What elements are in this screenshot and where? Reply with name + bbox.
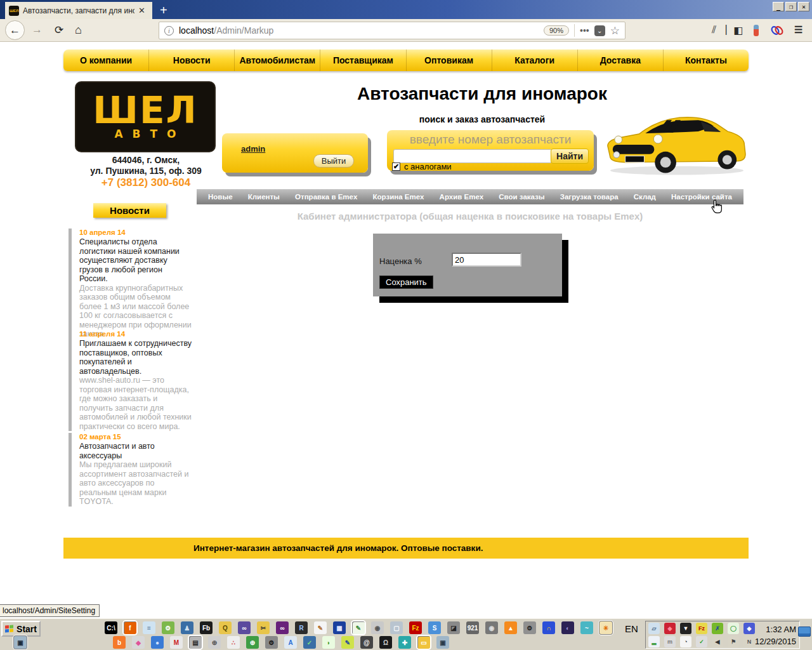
mreporter-icon[interactable]: R — [295, 621, 308, 634]
analogs-checkbox[interactable]: ✔ — [392, 162, 400, 171]
forward-button[interactable]: → — [32, 23, 43, 36]
text-editor-icon[interactable]: ✎ — [352, 621, 365, 634]
save-button[interactable]: Сохранить — [379, 275, 433, 289]
remote-user-icon[interactable]: ♟ — [181, 621, 193, 634]
nav-item-suppliers[interactable]: Поставщикам — [320, 50, 406, 71]
film-reel-icon[interactable]: ◉ — [485, 621, 498, 634]
bookmark-star-icon[interactable]: ☆ — [610, 24, 620, 37]
back-button[interactable]: ← — [5, 20, 25, 40]
nav-item-contacts[interactable]: Контакты — [664, 50, 749, 71]
browser-tab[interactable]: ШЕЛ Автозапчасти, запчасти для ино ✕ — [5, 2, 152, 19]
admin-link-own-orders[interactable]: Свои заказы — [499, 193, 544, 201]
home-button[interactable]: ⌂ — [75, 23, 82, 37]
markup-percent-input[interactable] — [452, 253, 521, 267]
search-tool-icon[interactable]: Q — [219, 621, 232, 634]
shield-lock-icon[interactable]: ✓ — [303, 636, 316, 649]
reload-button[interactable]: ⟳ — [55, 23, 63, 37]
media-classic-icon[interactable]: 921 — [466, 621, 479, 634]
infinity-app-icon[interactable]: ∞ — [238, 621, 251, 634]
news-title[interactable]: Приглашаем к сотрудничеству поставщиков,… — [79, 339, 193, 376]
close-button[interactable]: ✕ — [798, 2, 809, 11]
zoom-level-badge[interactable]: 90% — [544, 25, 569, 36]
minimize-button[interactable]: _ — [773, 2, 784, 11]
clock-sync-icon[interactable]: ◔ — [680, 636, 691, 647]
dark-spiral-icon[interactable]: @ — [360, 636, 373, 649]
news-title[interactable]: Автозапчасти и авто аксессуары — [79, 442, 193, 460]
new-tab-button[interactable]: + — [160, 4, 167, 17]
blue-ball-icon[interactable]: ● — [151, 636, 164, 649]
news-title[interactable]: Специалисты отдела логистики нашей компа… — [79, 237, 193, 284]
nav-item-company[interactable]: О компании — [63, 50, 149, 71]
part-number-input[interactable] — [393, 149, 552, 163]
nav-item-delivery[interactable]: Доставка — [578, 50, 664, 71]
film-gear-icon[interactable]: ⚙ — [523, 621, 536, 634]
volume-icon[interactable]: ◀ — [712, 636, 723, 647]
color-shapes-icon[interactable]: ◆ — [132, 636, 145, 649]
notepad-icon[interactable]: ≡ — [143, 621, 155, 634]
black-orb-icon[interactable]: ▼ — [680, 623, 691, 634]
wave-editor-icon[interactable]: ~ — [580, 621, 593, 634]
admin-link-archive-emex[interactable]: Архив Emex — [440, 193, 484, 201]
filezilla-tray-icon[interactable]: Fz — [696, 623, 707, 634]
site-info-icon[interactable]: i — [164, 26, 174, 36]
brush-check-icon[interactable]: ✗ — [712, 623, 723, 634]
pencil-editor-icon[interactable]: ✎ — [314, 621, 327, 634]
green-ring-icon[interactable]: ◯ — [728, 623, 739, 634]
movie-clapper-icon[interactable]: ◪ — [447, 621, 460, 634]
contact-card-icon[interactable]: ▱ — [648, 623, 660, 634]
language-indicator[interactable]: EN — [625, 623, 638, 634]
library-icon[interactable]: ⫽⎹ — [712, 24, 726, 36]
sphere-group-icon[interactable]: ∴ — [227, 636, 240, 649]
show-desktop-icon[interactable] — [798, 627, 811, 637]
logged-in-user-link[interactable]: admin — [241, 144, 265, 154]
nav-item-catalogs[interactable]: Каталоги — [492, 50, 578, 71]
snippet-tool-icon[interactable]: ✂ — [257, 621, 270, 634]
workstation-icon[interactable]: ▣ — [436, 636, 449, 649]
admin-link-cart-emex[interactable]: Корзина Emex — [373, 193, 424, 201]
sidebar-icon[interactable]: ◧ — [733, 24, 743, 36]
usb-safe-remove-icon[interactable]: ✓ — [696, 636, 707, 647]
teal-flower-icon[interactable]: ✚ — [398, 636, 411, 649]
black-lock-icon[interactable]: Ω — [379, 636, 392, 649]
floppy-save-icon[interactable]: ▦ — [333, 621, 346, 634]
search-button[interactable]: Найти — [551, 149, 589, 164]
vlc-player-icon[interactable]: ▲ — [504, 621, 517, 634]
filezilla-icon[interactable]: Fz — [409, 621, 422, 634]
blue-gem-icon[interactable]: ◈ — [743, 623, 755, 634]
nav-item-wholesalers[interactable]: Оптовикам — [407, 50, 492, 71]
server-admin-icon[interactable]: ▤ — [189, 636, 202, 649]
aptana-icon[interactable]: A — [284, 636, 297, 649]
yellow-folder-icon[interactable]: ▭ — [417, 636, 430, 649]
blender-icon[interactable]: b — [113, 636, 126, 649]
mouse-settings-icon[interactable]: m — [664, 636, 676, 647]
admin-link-clients[interactable]: Клиенты — [248, 193, 280, 201]
admin-link-upload-goods[interactable]: Загрузка товара — [560, 193, 619, 201]
restore-button[interactable]: ❐ — [785, 2, 797, 11]
hamburger-menu-icon[interactable]: ☰ — [794, 24, 802, 36]
net-activity-icon[interactable]: ▂ — [648, 636, 660, 647]
config-tool-icon[interactable]: ⚙ — [162, 621, 174, 634]
audio-headphones-icon[interactable]: ∩ — [542, 621, 555, 634]
admin-link-send-emex[interactable]: Отправка в Emex — [295, 193, 357, 201]
logout-button[interactable]: Выйти — [313, 154, 354, 168]
cd-burner-icon[interactable]: ◉ — [371, 621, 384, 634]
computer-lock-icon[interactable]: ▣ — [14, 636, 27, 649]
url-bar[interactable]: i localhost/Admin/Markup 90% ••• ⌄ ☆ — [159, 22, 625, 39]
visual-studio-icon[interactable]: ∞ — [276, 621, 289, 634]
page-actions-icon[interactable]: ••• — [580, 25, 589, 36]
admin-link-new[interactable]: Новые — [208, 193, 233, 201]
extension-pill-icon[interactable] — [754, 25, 759, 36]
eclipse-icon[interactable]: ◐ — [561, 621, 574, 634]
gear-pair-icon[interactable]: ⚙ — [265, 636, 278, 649]
media-flower-icon[interactable]: ✳ — [599, 621, 612, 634]
admin-link-site-settings[interactable]: Настройки сайта — [671, 193, 732, 201]
globe-gray-icon[interactable]: ⊕ — [208, 636, 221, 649]
paint-brush-icon[interactable]: ✎ — [341, 636, 354, 649]
flash-builder-icon[interactable]: Fb — [200, 621, 213, 634]
firefox-icon[interactable]: f — [124, 621, 136, 634]
red-diamond-icon[interactable]: ◆ — [664, 623, 676, 634]
nav-item-motorists[interactable]: Автомобилистам — [235, 50, 320, 71]
globe-green-icon[interactable]: ⊕ — [246, 636, 259, 649]
rings-extension-icon[interactable] — [770, 24, 784, 39]
flag-alert-icon[interactable]: ⚑ — [728, 636, 739, 647]
